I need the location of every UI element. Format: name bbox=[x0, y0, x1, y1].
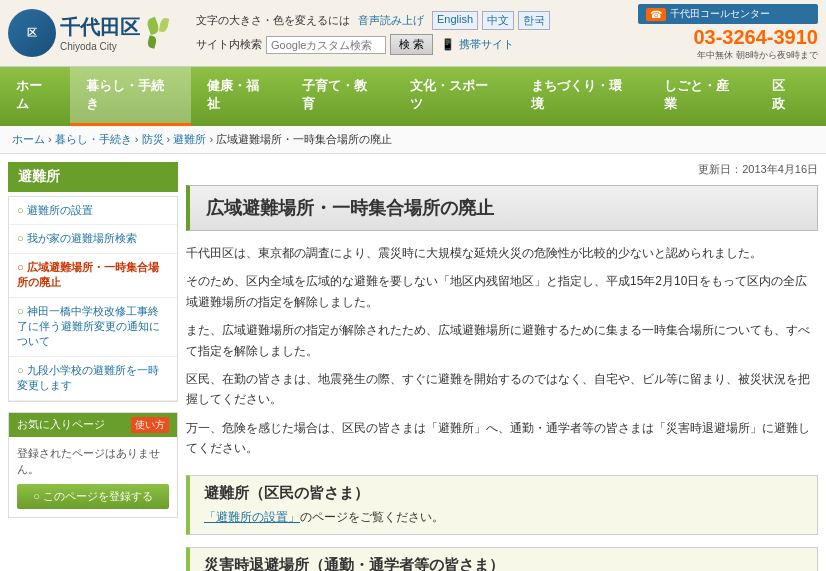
search-button[interactable]: 検 索 bbox=[390, 34, 433, 55]
sidebar-item-4: 神田一橋中学校改修工事終了に伴う避難所変更の通知について bbox=[9, 298, 177, 357]
breadcrumb: ホーム › 暮らし・手続き › 防災 › 避難所 › 広域避難場所・一時集合場所… bbox=[0, 126, 826, 154]
content-area: 更新日：2013年4月16日 広域避難場所・一時集合場所の廃止 千代田区は、東京… bbox=[186, 162, 818, 571]
logo-text: 千代田区 Chiyoda City bbox=[60, 14, 140, 52]
body-para-1: 千代田区は、東京都の調査により、震災時に大規模な延焼火災の危険性が比較的少ないと… bbox=[186, 243, 818, 263]
favorites-empty-text: 登録されたページはありません。 bbox=[17, 445, 169, 478]
contact-block: ☎ 千代田コールセンター 03-3264-3910 年中無休 朝8時から夜9時ま… bbox=[638, 4, 818, 62]
tts-link[interactable]: 音声読み上げ bbox=[358, 13, 424, 28]
search-label: サイト内検索 bbox=[196, 37, 262, 52]
content-title-box: 広域避難場所・一時集合場所の廃止 bbox=[186, 185, 818, 231]
mobile-icon: 📱 bbox=[441, 38, 455, 51]
sidebar-item-3: 広域避難場所・一時集合場所の廃止 bbox=[9, 254, 177, 298]
phone-hours: 年中無休 朝8時から夜9時まで bbox=[638, 49, 818, 62]
breadcrumb-bousai[interactable]: 防災 bbox=[142, 133, 164, 145]
sidebar-link-1[interactable]: 避難所の設置 bbox=[9, 197, 177, 224]
sidebar-item-5: 九段小学校の避難所を一時変更します bbox=[9, 357, 177, 401]
sidebar-title: 避難所 bbox=[8, 162, 178, 192]
lang-korean[interactable]: 한국 bbox=[518, 11, 550, 30]
favorites-header: お気に入りページ 使い方 bbox=[9, 413, 177, 437]
breadcrumb-hinanjo[interactable]: 避難所 bbox=[173, 133, 206, 145]
favorites-usage-btn[interactable]: 使い方 bbox=[131, 417, 169, 433]
section-2-title: 災害時退避場所（通勤・通学者等の皆さま） bbox=[204, 556, 803, 571]
lang-english[interactable]: English bbox=[432, 11, 478, 30]
nav-kenko[interactable]: 健康・福祉 bbox=[191, 67, 286, 126]
call-center-label: ☎ 千代田コールセンター bbox=[638, 4, 818, 24]
register-page-btn[interactable]: このページを登録する bbox=[17, 484, 169, 509]
sidebar-item-2: 我が家の避難場所検索 bbox=[9, 225, 177, 253]
content-body: 千代田区は、東京都の調査により、震災時に大規模な延焼火災の危険性が比較的少ないと… bbox=[186, 243, 818, 459]
main-nav: ホーム 暮らし・手続き 健康・福祉 子育て・教育 文化・スポーツ まちづくり・環… bbox=[0, 67, 826, 126]
mobile-link[interactable]: 携帯サイト bbox=[459, 37, 514, 52]
section-1-box: 避難所（区民の皆さま） 「避難所の設置」のページをご覧ください。 bbox=[186, 475, 818, 535]
logo-en: Chiyoda City bbox=[60, 41, 140, 52]
logo-area: 区 千代田区 Chiyoda City bbox=[8, 9, 188, 57]
sidebar-link-4[interactable]: 神田一橋中学校改修工事終了に伴う避難所変更の通知について bbox=[9, 298, 177, 356]
search-area: サイト内検索 検 索 📱 携帯サイト bbox=[196, 34, 630, 55]
favorites-box: お気に入りページ 使い方 登録されたページはありません。 このページを登録する bbox=[8, 412, 178, 518]
font-size-label: 文字の大きさ・色を変えるには bbox=[196, 13, 350, 28]
body-para-2: そのため、区内全域を広域的な避難を要しない「地区内残留地区」と指定し、平成15年… bbox=[186, 271, 818, 312]
section-1-suffix: のページをご覧ください。 bbox=[300, 510, 444, 524]
phone-number: 03-3264-3910 bbox=[638, 26, 818, 49]
body-para-4: 区民、在勤の皆さまは、地震発生の際、すぐに避難を開始するのではなく、自宅や、ビル… bbox=[186, 369, 818, 410]
body-para-3: また、広域避難場所の指定が解除されたため、広域避難場所に避難するために集まる一時… bbox=[186, 320, 818, 361]
sidebar-link-5[interactable]: 九段小学校の避難所を一時変更します bbox=[9, 357, 177, 400]
nav-kosodate[interactable]: 子育て・教育 bbox=[286, 67, 394, 126]
nav-shigoto[interactable]: しごと・産業 bbox=[648, 67, 756, 126]
breadcrumb-current: 広域避難場所・一時集合場所の廃止 bbox=[216, 133, 392, 145]
logo-jp: 千代田区 bbox=[60, 14, 140, 41]
page-title: 広域避難場所・一時集合場所の廃止 bbox=[206, 196, 801, 220]
sidebar-link-3[interactable]: 広域避難場所・一時集合場所の廃止 bbox=[9, 254, 177, 297]
logo-icon: 区 bbox=[8, 9, 56, 57]
lang-chinese[interactable]: 中文 bbox=[482, 11, 514, 30]
sidebar-item-1: 避難所の設置 bbox=[9, 197, 177, 225]
sidebar-menu: 避難所の設置 我が家の避難場所検索 広域避難場所・一時集合場所の廃止 神田一橋中… bbox=[8, 196, 178, 402]
nav-kusei[interactable]: 区 政 bbox=[756, 67, 826, 126]
header-right: 文字の大きさ・色を変えるには 音声読み上げ English 中文 한국 サイト内… bbox=[196, 11, 630, 55]
favorites-content: 登録されたページはありません。 このページを登録する bbox=[9, 437, 177, 517]
main-layout: 避難所 避難所の設置 我が家の避難場所検索 広域避難場所・一時集合場所の廃止 神… bbox=[0, 154, 826, 571]
section-1-link[interactable]: 「避難所の設置」 bbox=[204, 510, 300, 524]
section-2-box: 災害時退避場所（通勤・通学者等の皆さま） 「災害時退避場所について」のページをご… bbox=[186, 547, 818, 571]
section-1-title: 避難所（区民の皆さま） bbox=[204, 484, 803, 503]
breadcrumb-kurashi[interactable]: 暮らし・手続き bbox=[55, 133, 132, 145]
body-para-5: 万一、危険を感じた場合は、区民の皆さまは「避難所」へ、通勤・通学者等の皆さまは「… bbox=[186, 418, 818, 459]
header-top: 文字の大きさ・色を変えるには 音声読み上げ English 中文 한국 bbox=[196, 11, 630, 30]
lang-links: English 中文 한국 bbox=[432, 11, 550, 30]
header: 区 千代田区 Chiyoda City 文字の大きさ・色を変えるには 音声読み上… bbox=[0, 0, 826, 67]
nav-machi[interactable]: まちづくり・環境 bbox=[515, 67, 648, 126]
sidebar-link-2[interactable]: 我が家の避難場所検索 bbox=[9, 225, 177, 252]
section-1-text: 「避難所の設置」のページをご覧ください。 bbox=[204, 509, 803, 526]
breadcrumb-home[interactable]: ホーム bbox=[12, 133, 45, 145]
favorites-title: お気に入りページ bbox=[17, 417, 105, 432]
nav-home[interactable]: ホーム bbox=[0, 67, 70, 126]
search-input[interactable] bbox=[266, 36, 386, 54]
sidebar: 避難所 避難所の設置 我が家の避難場所検索 広域避難場所・一時集合場所の廃止 神… bbox=[8, 162, 178, 571]
nav-kurashi[interactable]: 暮らし・手続き bbox=[70, 67, 191, 126]
nav-bunka[interactable]: 文化・スポーツ bbox=[394, 67, 515, 126]
update-date: 更新日：2013年4月16日 bbox=[186, 162, 818, 177]
